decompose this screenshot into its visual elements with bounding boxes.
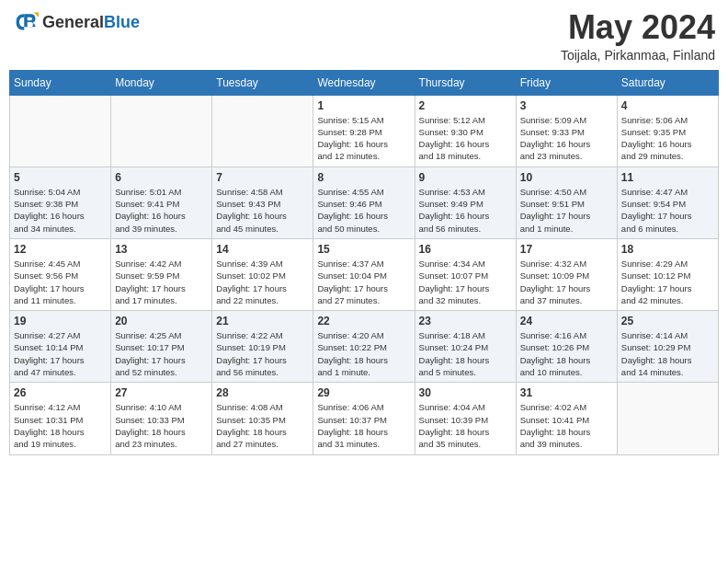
day-info: Sunrise: 4:53 AM Sunset: 9:49 PM Dayligh… bbox=[419, 186, 512, 235]
day-number: 13 bbox=[115, 243, 208, 256]
day-cell: 25Sunrise: 4:14 AM Sunset: 10:29 PM Dayl… bbox=[617, 311, 718, 383]
day-number: 16 bbox=[419, 243, 512, 256]
day-info: Sunrise: 4:50 AM Sunset: 9:51 PM Dayligh… bbox=[520, 186, 613, 235]
day-info: Sunrise: 5:06 AM Sunset: 9:35 PM Dayligh… bbox=[621, 114, 714, 163]
day-number: 1 bbox=[317, 99, 410, 112]
day-number: 6 bbox=[115, 171, 208, 184]
day-info: Sunrise: 5:04 AM Sunset: 9:38 PM Dayligh… bbox=[14, 186, 107, 235]
day-info: Sunrise: 4:29 AM Sunset: 10:12 PM Daylig… bbox=[621, 258, 714, 306]
week-row-5: 26Sunrise: 4:12 AM Sunset: 10:31 PM Dayl… bbox=[10, 383, 719, 454]
day-number: 9 bbox=[419, 171, 512, 184]
day-cell: 9Sunrise: 4:53 AM Sunset: 9:49 PM Daylig… bbox=[415, 167, 516, 238]
location: Toijala, Pirkanmaa, Finland bbox=[561, 48, 715, 63]
day-number: 10 bbox=[520, 171, 613, 184]
logo-text: GeneralBlue bbox=[42, 14, 140, 30]
day-cell: 1Sunrise: 5:15 AM Sunset: 9:28 PM Daylig… bbox=[313, 95, 415, 167]
day-number: 24 bbox=[520, 315, 613, 327]
day-cell: 29Sunrise: 4:06 AM Sunset: 10:37 PM Dayl… bbox=[313, 383, 415, 454]
logo: GeneralBlue bbox=[13, 9, 140, 35]
day-info: Sunrise: 5:01 AM Sunset: 9:41 PM Dayligh… bbox=[115, 186, 208, 235]
day-cell: 19Sunrise: 4:27 AM Sunset: 10:14 PM Dayl… bbox=[10, 311, 111, 383]
day-cell bbox=[111, 95, 212, 167]
day-info: Sunrise: 4:37 AM Sunset: 10:04 PM Daylig… bbox=[317, 258, 410, 306]
day-number: 8 bbox=[317, 171, 410, 184]
day-cell: 10Sunrise: 4:50 AM Sunset: 9:51 PM Dayli… bbox=[516, 167, 617, 238]
day-info: Sunrise: 4:42 AM Sunset: 9:59 PM Dayligh… bbox=[115, 258, 208, 306]
day-cell: 23Sunrise: 4:18 AM Sunset: 10:24 PM Dayl… bbox=[415, 311, 516, 383]
day-info: Sunrise: 4:34 AM Sunset: 10:07 PM Daylig… bbox=[419, 258, 512, 306]
weekday-header-friday: Friday bbox=[516, 70, 617, 95]
week-row-4: 19Sunrise: 4:27 AM Sunset: 10:14 PM Dayl… bbox=[10, 311, 719, 383]
day-info: Sunrise: 4:06 AM Sunset: 10:37 PM Daylig… bbox=[317, 401, 410, 450]
calendar-table: SundayMondayTuesdayWednesdayThursdayFrid… bbox=[9, 70, 719, 455]
day-cell: 13Sunrise: 4:42 AM Sunset: 9:59 PM Dayli… bbox=[111, 238, 212, 310]
week-row-3: 12Sunrise: 4:45 AM Sunset: 9:56 PM Dayli… bbox=[10, 238, 719, 310]
logo-icon bbox=[13, 9, 39, 35]
day-info: Sunrise: 4:12 AM Sunset: 10:31 PM Daylig… bbox=[14, 401, 107, 450]
day-info: Sunrise: 4:20 AM Sunset: 10:22 PM Daylig… bbox=[317, 329, 410, 378]
page-header: GeneralBlue May 2024 Toijala, Pirkanmaa,… bbox=[9, 9, 719, 63]
day-cell: 7Sunrise: 4:58 AM Sunset: 9:43 PM Daylig… bbox=[212, 167, 313, 238]
day-number: 26 bbox=[14, 386, 107, 399]
day-number: 7 bbox=[216, 171, 309, 184]
day-number: 11 bbox=[621, 171, 714, 184]
day-cell: 2Sunrise: 5:12 AM Sunset: 9:30 PM Daylig… bbox=[415, 95, 516, 167]
day-info: Sunrise: 4:45 AM Sunset: 9:56 PM Dayligh… bbox=[14, 258, 107, 306]
day-number: 30 bbox=[419, 386, 512, 399]
day-cell: 11Sunrise: 4:47 AM Sunset: 9:54 PM Dayli… bbox=[617, 167, 718, 238]
day-cell: 6Sunrise: 5:01 AM Sunset: 9:41 PM Daylig… bbox=[111, 167, 212, 238]
day-cell: 20Sunrise: 4:25 AM Sunset: 10:17 PM Dayl… bbox=[111, 311, 212, 383]
weekday-header-sunday: Sunday bbox=[10, 70, 111, 95]
day-info: Sunrise: 4:32 AM Sunset: 10:09 PM Daylig… bbox=[520, 258, 613, 306]
day-number: 3 bbox=[520, 99, 613, 112]
day-info: Sunrise: 4:27 AM Sunset: 10:14 PM Daylig… bbox=[14, 329, 107, 378]
day-cell: 17Sunrise: 4:32 AM Sunset: 10:09 PM Dayl… bbox=[516, 238, 617, 310]
weekday-header-thursday: Thursday bbox=[415, 70, 516, 95]
day-number: 21 bbox=[216, 315, 309, 327]
week-row-2: 5Sunrise: 5:04 AM Sunset: 9:38 PM Daylig… bbox=[10, 167, 719, 238]
day-info: Sunrise: 4:22 AM Sunset: 10:19 PM Daylig… bbox=[216, 329, 309, 378]
day-cell bbox=[10, 95, 111, 167]
day-cell: 30Sunrise: 4:04 AM Sunset: 10:39 PM Dayl… bbox=[415, 383, 516, 454]
weekday-header-wednesday: Wednesday bbox=[313, 70, 415, 95]
day-number: 5 bbox=[14, 171, 107, 184]
day-number: 17 bbox=[520, 243, 613, 256]
day-cell bbox=[617, 383, 718, 454]
day-cell: 5Sunrise: 5:04 AM Sunset: 9:38 PM Daylig… bbox=[10, 167, 111, 238]
day-number: 22 bbox=[317, 315, 410, 327]
day-info: Sunrise: 4:58 AM Sunset: 9:43 PM Dayligh… bbox=[216, 186, 309, 235]
day-cell: 24Sunrise: 4:16 AM Sunset: 10:26 PM Dayl… bbox=[516, 311, 617, 383]
day-number: 4 bbox=[621, 99, 714, 112]
day-info: Sunrise: 4:02 AM Sunset: 10:41 PM Daylig… bbox=[520, 401, 613, 450]
day-cell: 12Sunrise: 4:45 AM Sunset: 9:56 PM Dayli… bbox=[10, 238, 111, 310]
day-number: 15 bbox=[317, 243, 410, 256]
day-cell bbox=[212, 95, 313, 167]
day-cell: 28Sunrise: 4:08 AM Sunset: 10:35 PM Dayl… bbox=[212, 383, 313, 454]
day-info: Sunrise: 4:14 AM Sunset: 10:29 PM Daylig… bbox=[621, 329, 714, 378]
day-cell: 26Sunrise: 4:12 AM Sunset: 10:31 PM Dayl… bbox=[10, 383, 111, 454]
week-row-1: 1Sunrise: 5:15 AM Sunset: 9:28 PM Daylig… bbox=[10, 95, 719, 167]
day-cell: 27Sunrise: 4:10 AM Sunset: 10:33 PM Dayl… bbox=[111, 383, 212, 454]
day-info: Sunrise: 4:04 AM Sunset: 10:39 PM Daylig… bbox=[419, 401, 512, 450]
day-cell: 14Sunrise: 4:39 AM Sunset: 10:02 PM Dayl… bbox=[212, 238, 313, 310]
day-number: 27 bbox=[115, 386, 208, 399]
day-info: Sunrise: 4:55 AM Sunset: 9:46 PM Dayligh… bbox=[317, 186, 410, 235]
day-cell: 31Sunrise: 4:02 AM Sunset: 10:41 PM Dayl… bbox=[516, 383, 617, 454]
day-info: Sunrise: 4:10 AM Sunset: 10:33 PM Daylig… bbox=[115, 401, 208, 450]
day-number: 20 bbox=[115, 315, 208, 327]
day-number: 2 bbox=[419, 99, 512, 112]
weekday-header-row: SundayMondayTuesdayWednesdayThursdayFrid… bbox=[10, 70, 719, 95]
day-number: 12 bbox=[14, 243, 107, 256]
weekday-header-saturday: Saturday bbox=[617, 70, 718, 95]
day-cell: 8Sunrise: 4:55 AM Sunset: 9:46 PM Daylig… bbox=[313, 167, 415, 238]
title-area: May 2024 Toijala, Pirkanmaa, Finland bbox=[561, 9, 715, 63]
day-number: 19 bbox=[14, 315, 107, 327]
day-info: Sunrise: 4:25 AM Sunset: 10:17 PM Daylig… bbox=[115, 329, 208, 378]
day-number: 14 bbox=[216, 243, 309, 256]
day-info: Sunrise: 5:12 AM Sunset: 9:30 PM Dayligh… bbox=[419, 114, 512, 163]
month-title: May 2024 bbox=[561, 9, 715, 46]
day-info: Sunrise: 4:16 AM Sunset: 10:26 PM Daylig… bbox=[520, 329, 613, 378]
day-cell: 18Sunrise: 4:29 AM Sunset: 10:12 PM Dayl… bbox=[617, 238, 718, 310]
day-info: Sunrise: 5:09 AM Sunset: 9:33 PM Dayligh… bbox=[520, 114, 613, 163]
day-cell: 16Sunrise: 4:34 AM Sunset: 10:07 PM Dayl… bbox=[415, 238, 516, 310]
